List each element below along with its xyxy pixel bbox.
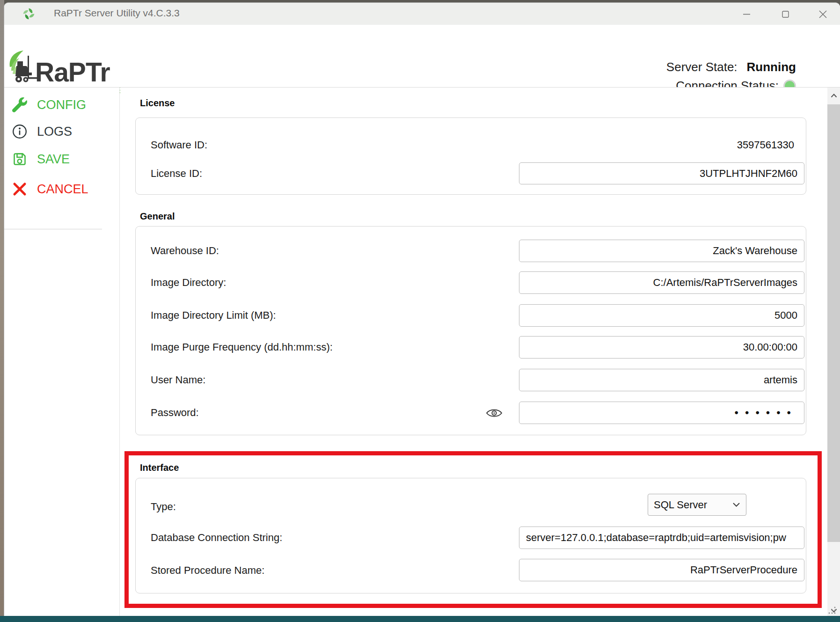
sidebar-item-logs[interactable]: LOGS bbox=[4, 121, 119, 142]
image-directory-limit-label: Image Directory Limit (MB): bbox=[151, 309, 276, 322]
forklift-wings-icon bbox=[8, 49, 37, 88]
general-section-title: General bbox=[140, 211, 175, 222]
password-label: Password: bbox=[151, 407, 199, 419]
license-id-input[interactable] bbox=[519, 162, 804, 184]
sidebar-item-save[interactable]: SAVE bbox=[4, 149, 119, 169]
brand-name: RaPTr bbox=[35, 57, 110, 88]
db-connection-string-input[interactable] bbox=[519, 527, 804, 549]
server-state-line: Server State: Running bbox=[666, 58, 796, 76]
stored-procedure-name-label: Stored Procedure Name: bbox=[151, 564, 264, 577]
desktop: RaPTr Server Utility v4.C.3.3 bbox=[0, 0, 840, 622]
app-window: RaPTr Server Utility v4.C.3.3 bbox=[4, 2, 840, 616]
sidebar-item-label: LOGS bbox=[37, 124, 72, 139]
license-section-title: License bbox=[140, 98, 175, 109]
close-button[interactable] bbox=[812, 6, 833, 22]
scrollbar-thumb[interactable] bbox=[827, 104, 840, 542]
type-select[interactable]: SQL Server bbox=[648, 494, 746, 516]
license-card: Software ID: 3597561330 License ID: bbox=[135, 117, 806, 195]
eye-icon[interactable] bbox=[485, 406, 504, 420]
server-state-label: Server State: bbox=[666, 60, 738, 74]
warehouse-id-label: Warehouse ID: bbox=[151, 245, 219, 257]
sidebar-item-label: SAVE bbox=[37, 152, 70, 167]
software-id-label: Software ID: bbox=[151, 139, 207, 151]
license-id-label: License ID: bbox=[151, 168, 202, 180]
titlebar[interactable]: RaPTr Server Utility v4.C.3.3 bbox=[4, 3, 840, 25]
scrollbar-up-icon[interactable] bbox=[827, 88, 840, 103]
info-icon bbox=[12, 124, 28, 139]
config-panel: License Software ID: 3597561330 License … bbox=[120, 88, 827, 616]
user-name-input[interactable] bbox=[519, 369, 804, 391]
cancel-x-icon bbox=[12, 181, 28, 197]
type-label: Type: bbox=[151, 501, 176, 513]
image-purge-frequency-label: Image Purge Frequency (dd.hh:mm:ss): bbox=[151, 341, 333, 353]
software-id-value: 3597561330 bbox=[737, 139, 794, 151]
db-connection-string-label: Database Connection String: bbox=[151, 532, 282, 544]
image-directory-limit-input[interactable] bbox=[519, 304, 804, 327]
image-purge-frequency-input[interactable] bbox=[519, 336, 804, 359]
image-directory-label: Image Directory: bbox=[151, 277, 226, 289]
interface-card: Type: SQL Server Database Connection Str… bbox=[135, 478, 806, 593]
minimize-button[interactable] bbox=[736, 6, 758, 22]
app-icon bbox=[22, 7, 36, 21]
interface-section-title: Interface bbox=[140, 462, 179, 473]
resize-grip[interactable] bbox=[827, 606, 837, 615]
warehouse-id-input[interactable] bbox=[519, 240, 804, 262]
window-title: RaPTr Server Utility v4.C.3.3 bbox=[54, 7, 180, 19]
sidebar-divider bbox=[4, 229, 102, 229]
sidebar-item-cancel[interactable]: CANCEL bbox=[4, 179, 119, 199]
sidebar: CONFIG LOGS bbox=[4, 88, 120, 616]
header: RaPTr RAPID PALLET TRACKER Powered by Ar… bbox=[4, 25, 840, 87]
sidebar-item-config[interactable]: CONFIG bbox=[4, 95, 119, 115]
desktop-bottom-strip bbox=[0, 616, 840, 622]
sidebar-item-label: CANCEL bbox=[37, 182, 88, 197]
general-card: Warehouse ID: Image Directory: Image Dir… bbox=[135, 226, 806, 435]
sidebar-item-label: CONFIG bbox=[37, 98, 86, 112]
user-name-label: User Name: bbox=[151, 374, 205, 386]
server-state-value: Running bbox=[747, 60, 796, 74]
maximize-button[interactable] bbox=[774, 6, 796, 22]
wrench-icon bbox=[12, 97, 28, 113]
stored-procedure-name-input[interactable] bbox=[519, 559, 804, 581]
password-input[interactable] bbox=[519, 402, 804, 424]
chevron-down-icon bbox=[732, 501, 740, 509]
image-directory-input[interactable] bbox=[519, 271, 804, 294]
type-select-value: SQL Server bbox=[654, 499, 732, 511]
floppy-save-icon bbox=[12, 151, 28, 167]
vertical-scrollbar[interactable] bbox=[827, 88, 840, 616]
